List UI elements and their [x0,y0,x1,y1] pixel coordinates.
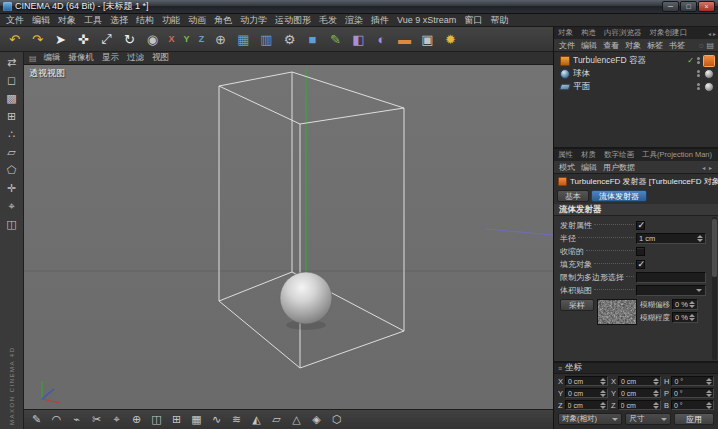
coordinates-menu-icon[interactable]: ≡ [558,365,562,372]
live-selection-icon[interactable]: ➤ [49,28,72,51]
am-menu-item[interactable]: 模式 [556,162,578,173]
tab-scroll-left-icon[interactable]: ◂ [708,30,711,37]
rotate-icon[interactable]: ↻ [118,28,141,51]
menubar-item[interactable]: 文件 [2,14,28,27]
om-tab[interactable]: 构造 [577,27,600,39]
texture-dropdown-icon[interactable] [696,289,702,292]
points-mode-icon[interactable]: ∴ [3,127,21,142]
enabled-check-icon[interactable]: ✓ [687,56,694,65]
phong-tag-icon[interactable] [704,69,714,79]
size-mode-dropdown[interactable]: 尺寸 [625,413,671,425]
om-menu-item[interactable]: 标签 [644,40,666,51]
menubar-item[interactable]: 角色 [210,14,236,27]
viewport-menu-item[interactable]: 视图 [148,52,173,64]
measure-tool-icon[interactable]: ⌖ [107,411,126,428]
undo-icon[interactable]: ↶ [3,28,26,51]
spline-pen-icon[interactable]: ✎ [324,28,347,51]
emission-checkbox[interactable] [636,221,645,230]
generators-icon[interactable]: ◧ [347,28,370,51]
am-menu-item[interactable]: 用户数据 [600,162,638,173]
search-icon[interactable]: ◌ [699,41,704,50]
size-y-field[interactable]: 0 cm [618,388,661,398]
render-picture-viewer-icon[interactable]: ▥ [255,28,278,51]
menubar-item[interactable]: 动力学 [236,14,271,27]
redo-icon[interactable]: ↷ [26,28,49,51]
history-forward-icon[interactable]: ▸ [709,165,713,171]
emitter-sphere[interactable] [280,272,332,324]
om-menu-item[interactable]: 查看 [600,40,622,51]
history-back-icon[interactable]: ◂ [702,165,706,171]
rotation-p-field[interactable]: 0 ° [671,388,714,398]
volume-map-field[interactable] [636,285,706,296]
radius-field[interactable]: 1 cm [636,233,706,244]
light-icon[interactable]: ✹ [439,28,462,51]
minimize-button[interactable]: ─ [662,1,679,12]
visibility-dots[interactable] [697,57,700,64]
om-menu-item[interactable]: 文件 [556,40,578,51]
perspective-viewport[interactable]: 透视视图 [24,65,553,409]
viewport-menu-item[interactable]: 过滤 [123,52,148,64]
wrap-tool-icon[interactable]: ⬡ [327,411,346,428]
attribute-scrollbar[interactable] [712,217,717,360]
size-z-field[interactable]: 0 cm [618,400,661,410]
menubar-item[interactable]: 动画 [184,14,210,27]
rotation-h-field[interactable]: 0 ° [671,376,714,386]
axis-tool-icon[interactable]: ⊕ [127,411,146,428]
menubar-item[interactable]: 运动图形 [271,14,315,27]
polygons-mode-icon[interactable]: ⬠ [3,163,21,178]
position-x-field[interactable]: 0 cm [565,376,608,386]
deformers-icon[interactable]: ◐ [370,28,393,51]
menubar-item[interactable]: 功能 [158,14,184,27]
lattice-tool-icon[interactable]: ▦ [187,411,206,428]
shrink-checkbox[interactable] [636,247,645,256]
viewport-menu-item[interactable]: 显示 [98,52,123,64]
viewport-menu-item[interactable]: 摄像机 [65,52,99,64]
om-menu-item[interactable]: 书签 [666,40,688,51]
knife-tool-icon[interactable]: ✂ [87,411,106,428]
camera-icon[interactable]: ▣ [416,28,439,51]
axis-mode-icon[interactable]: ✛ [3,181,21,196]
om-tab[interactable]: 对象 [554,27,577,39]
section-tab-button[interactable]: 流体发射器 [591,190,647,202]
om-tab[interactable]: 内容浏览器 [600,27,646,39]
menubar-item[interactable]: 选择 [106,14,132,27]
coordinate-mode-dropdown[interactable]: 对象(相对) [558,413,622,425]
lock-x-axis-icon[interactable]: X [164,28,179,51]
panel-menu-icon[interactable]: ▤ [706,41,714,50]
om-tab[interactable]: 对象创建口 [646,27,692,39]
lock-y-axis-icon[interactable]: Y [179,28,194,51]
turbulencefd-tag-icon[interactable] [704,56,714,66]
snap-icon[interactable]: ⌖ [3,199,21,214]
viewport-label[interactable]: 透视视图 [29,67,65,80]
visibility-dots[interactable] [697,83,700,90]
bend-tool-icon[interactable]: ∿ [207,411,226,428]
position-z-field[interactable]: 0 cm [565,400,608,410]
move-icon[interactable]: ✜ [72,28,95,51]
menubar-item[interactable]: 结构 [132,14,158,27]
sample-button[interactable]: 采样 [560,299,594,311]
twist-tool-icon[interactable]: ≋ [227,411,246,428]
am-tab[interactable]: 材质 [577,149,600,161]
am-menu-item[interactable]: 编辑 [578,162,600,173]
coordinate-system-icon[interactable]: ⊕ [209,28,232,51]
texture-mode-icon[interactable]: ▩ [3,91,21,106]
render-settings-icon[interactable]: ⚙ [278,28,301,51]
viewport-solo-icon[interactable]: ◫ [3,217,21,232]
lock-z-axis-icon[interactable]: Z [194,28,209,51]
noise-texture-preview[interactable] [597,299,637,325]
tree-row-sphere[interactable]: 球体 [554,67,718,80]
section-tab-button[interactable]: 基本 [557,190,589,202]
pen-tool-icon[interactable]: ✎ [27,411,46,428]
size-x-field[interactable]: 0 cm [618,376,661,386]
blur-strength-field[interactable]: 0 % [672,312,698,323]
tab-scroll-right-icon[interactable]: ▸ [713,30,716,37]
menubar-item[interactable]: 帮助 [486,14,512,27]
visibility-dots[interactable] [697,70,700,77]
shear-tool-icon[interactable]: ▱ [267,411,286,428]
last-tool-icon[interactable]: ◉ [141,28,164,51]
array-tool-icon[interactable]: ⊞ [167,411,186,428]
menubar-item[interactable]: 插件 [367,14,393,27]
model-mode-icon[interactable]: ◻ [3,73,21,88]
close-button[interactable]: × [698,1,715,12]
arc-tool-icon[interactable]: ◠ [47,411,66,428]
